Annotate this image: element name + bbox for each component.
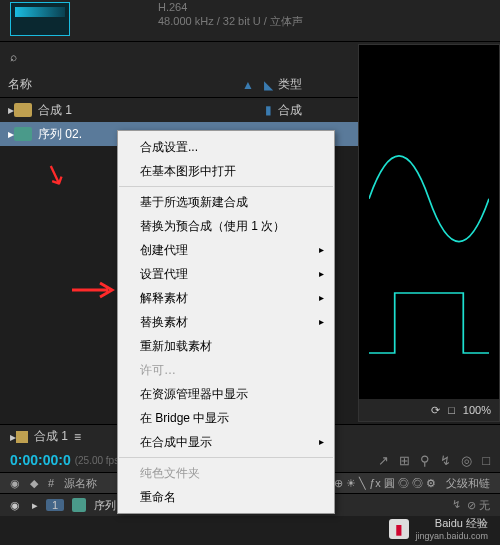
timecode[interactable]: 0:00:00:0	[10, 452, 71, 468]
transport-loop-icon[interactable]: ⟳	[431, 404, 440, 417]
layer-number: 1	[46, 499, 64, 511]
timeline-tab-menu-icon[interactable]: ≡	[74, 430, 81, 444]
menu-item[interactable]: 在 Bridge 中显示	[118, 406, 334, 430]
timeline-tool-icon[interactable]: ⚲	[420, 453, 430, 468]
layer-switches[interactable]: ↯ ⊘ 无	[452, 498, 490, 513]
menu-separator	[119, 457, 333, 458]
audio-spec-line: 48.000 kHz / 32 bit U / 立体声	[158, 14, 303, 28]
timeline-tool-icon[interactable]: □	[482, 453, 490, 468]
timeline-tool-icon[interactable]: ↗	[378, 453, 389, 468]
codec-info: H.264 48.000 kHz / 32 bit U / 立体声	[158, 0, 303, 29]
waveform-icon	[15, 7, 65, 17]
sort-icon[interactable]: ▲	[238, 78, 258, 92]
col-type[interactable]: 类型	[278, 76, 348, 93]
menu-item[interactable]: 替换为预合成（使用 1 次）	[118, 214, 334, 238]
watermark-brand: Baidu 经验	[415, 516, 488, 531]
lock-col-icon[interactable]: ◆	[30, 477, 38, 490]
eye-col-icon[interactable]: ◉	[10, 477, 20, 490]
mp4-icon	[14, 127, 32, 141]
comp-icon	[16, 431, 28, 443]
menu-item[interactable]: 设置代理	[118, 262, 334, 286]
row-name: 合成 1	[38, 102, 72, 119]
timeline-tools: ↗⊞⚲↯◎□	[378, 453, 490, 468]
watermark-url: jingyan.baidu.com	[415, 531, 488, 541]
menu-item[interactable]: 基于所选项新建合成	[118, 190, 334, 214]
preview-pane: ⟳ □ 100%	[358, 44, 500, 422]
parent-mode[interactable]: ⊘ 无	[467, 498, 490, 513]
row-type: 合成	[278, 102, 348, 119]
menu-separator	[119, 186, 333, 187]
search-input[interactable]	[23, 50, 163, 64]
menu-item[interactable]: 解释素材	[118, 286, 334, 310]
switch-fx[interactable]: ↯	[452, 498, 461, 513]
timeline-tool-icon[interactable]: ⊞	[399, 453, 410, 468]
preview-footer: ⟳ □ 100%	[359, 399, 499, 421]
media-thumbnail	[10, 2, 70, 36]
annotation-arrow-2	[72, 275, 116, 307]
search-icon[interactable]: ⌕	[10, 50, 17, 64]
timeline-tab[interactable]: 合成 1	[16, 428, 68, 445]
timeline-tool-icon[interactable]: ◎	[461, 453, 472, 468]
switches-col: ⊕ ☀ ╲ ƒx 圓 ◎ ◎ ⚙	[334, 476, 436, 491]
parent-col[interactable]: 父级和链	[446, 476, 490, 491]
menu-item[interactable]: 重新加载素材	[118, 334, 334, 358]
watermark-logo-icon: ▮	[389, 519, 409, 539]
layer-visibility-icon[interactable]: ◉	[10, 499, 24, 512]
menu-item[interactable]: 在资源管理器中显示	[118, 382, 334, 406]
comp-icon	[14, 103, 32, 117]
menu-item: 许可…	[118, 358, 334, 382]
timeline-tab-label: 合成 1	[34, 428, 68, 445]
src-name-col[interactable]: 源名称	[64, 476, 97, 491]
tag-icon[interactable]: ◣	[258, 78, 278, 92]
fps-note: (25.00 fps)	[75, 455, 123, 466]
watermark: ▮ Baidu 经验 jingyan.baidu.com	[389, 516, 488, 541]
timeline-tool-icon[interactable]: ↯	[440, 453, 451, 468]
layer-chevron-icon[interactable]: ▸	[32, 499, 38, 512]
menu-item[interactable]: 在合成中显示	[118, 430, 334, 454]
menu-item[interactable]: 重命名	[118, 485, 334, 509]
menu-item[interactable]: 创建代理	[118, 238, 334, 262]
menu-item[interactable]: 在基本图形中打开	[118, 159, 334, 183]
waveform-graph	[369, 55, 489, 411]
num-col: #	[48, 477, 54, 489]
footage-icon	[72, 498, 86, 512]
menu-item: 纯色文件夹	[118, 461, 334, 485]
col-name[interactable]: 名称	[8, 76, 238, 93]
codec-line: H.264	[158, 0, 303, 14]
row-tag[interactable]: ▮	[258, 103, 278, 117]
annotation-arrow-1: ↘	[39, 155, 72, 194]
context-menu: 合成设置...在基本图形中打开基于所选项新建合成替换为预合成（使用 1 次）创建…	[117, 130, 335, 514]
row-name: 序列 02.	[38, 126, 82, 143]
menu-item[interactable]: 替换素材	[118, 310, 334, 334]
zoom-level[interactable]: 100%	[463, 404, 491, 416]
media-info-panel: H.264 48.000 kHz / 32 bit U / 立体声	[0, 0, 500, 42]
transport-stop-icon[interactable]: □	[448, 404, 455, 416]
menu-item[interactable]: 合成设置...	[118, 135, 334, 159]
